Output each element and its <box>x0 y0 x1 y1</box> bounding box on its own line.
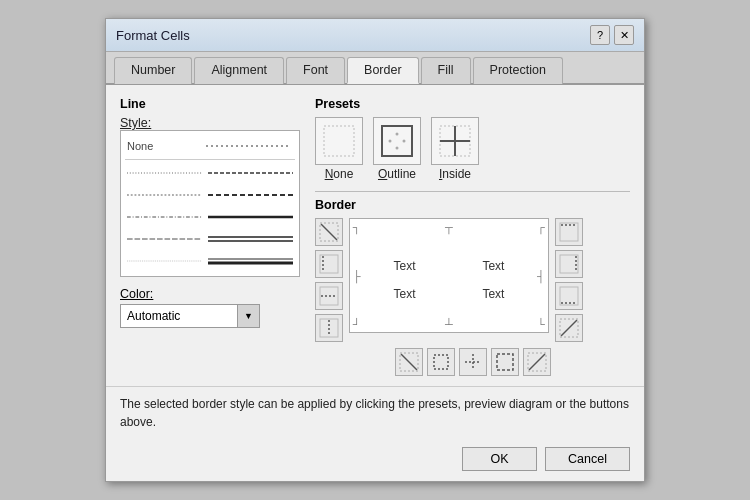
border-section-title: Border <box>315 191 630 212</box>
none-label: None <box>127 140 153 152</box>
preset-outline-icon <box>378 122 416 160</box>
border-btn-diag-left[interactable] <box>395 348 423 376</box>
right-panel: Presets None <box>315 97 630 376</box>
style-label: Style: <box>120 116 151 130</box>
tabs-bar: Number Alignment Font Border Fill Protec… <box>106 52 644 85</box>
line-row-6 <box>125 250 295 272</box>
line-row-none: None <box>125 135 295 157</box>
svg-point-15 <box>389 140 392 143</box>
color-value: Automatic <box>121 309 237 323</box>
preset-inside-box[interactable] <box>431 117 479 165</box>
bottom-buttons-row <box>315 348 630 376</box>
border-btn-center-horiz[interactable] <box>315 282 343 310</box>
line-row-4 <box>125 206 295 228</box>
preset-none-underline: N <box>325 167 334 181</box>
svg-rect-14 <box>382 126 412 156</box>
tab-alignment[interactable]: Alignment <box>194 57 284 84</box>
svg-line-22 <box>321 224 337 240</box>
border-controls: ┐ ┬ ┌ ├ ┤ ┘ ┴ └ Text Text Text Text <box>315 218 630 342</box>
preset-inside: Inside <box>431 117 479 181</box>
color-dropdown[interactable]: Automatic ▼ <box>120 304 260 328</box>
presets-title: Presets <box>315 97 630 111</box>
svg-point-16 <box>403 140 406 143</box>
tab-fill[interactable]: Fill <box>421 57 471 84</box>
border-preview[interactable]: ┐ ┬ ┌ ├ ┤ ┘ ┴ └ Text Text Text Text <box>349 218 549 333</box>
svg-line-36 <box>561 320 577 336</box>
border-btn-bottom-right-diag[interactable] <box>555 314 583 342</box>
corner-ml: ├ <box>353 270 361 282</box>
tab-content: Line Style: None <box>106 85 644 386</box>
preset-none: None <box>315 117 363 181</box>
tab-font[interactable]: Font <box>286 57 345 84</box>
preview-text-tl: Text <box>394 259 416 273</box>
line-section-label: Line <box>120 97 305 111</box>
title-bar: Format Cells ? ✕ <box>106 19 644 52</box>
svg-line-38 <box>401 354 417 370</box>
cancel-button[interactable]: Cancel <box>545 447 630 471</box>
title-bar-controls: ? ✕ <box>590 25 634 45</box>
corner-mr: ┤ <box>537 270 545 282</box>
corner-tl: ┐ <box>353 221 361 233</box>
preset-inside-label: Inside <box>439 167 471 181</box>
line-style-solid1 <box>208 211 293 223</box>
help-button[interactable]: ? <box>590 25 610 45</box>
line-styles-box[interactable]: None <box>120 130 300 277</box>
corner-bc: ┴ <box>445 318 453 330</box>
line-row-2 <box>125 162 295 184</box>
line-style-dashdot2 <box>127 255 202 267</box>
divider1 <box>125 159 295 160</box>
presets-row: None <box>315 117 630 181</box>
border-btn-outer2[interactable] <box>491 348 519 376</box>
line-style-dotted1 <box>206 140 291 152</box>
format-cells-dialog: Format Cells ? ✕ Number Alignment Font B… <box>105 18 645 482</box>
svg-rect-13 <box>324 126 354 156</box>
border-btn-center-vert[interactable] <box>315 314 343 342</box>
left-side-buttons <box>315 218 343 342</box>
line-row-5 <box>125 228 295 250</box>
line-style-dash3 <box>127 233 202 245</box>
preset-none-icon <box>320 122 358 160</box>
preview-text-br: Text <box>482 287 504 301</box>
corner-tc: ┬ <box>445 221 453 233</box>
border-btn-diag-right[interactable] <box>523 348 551 376</box>
border-btn-outer-left[interactable] <box>427 348 455 376</box>
tab-protection[interactable]: Protection <box>473 57 563 84</box>
footer-text: The selected border style can be applied… <box>106 386 644 441</box>
preview-text-tr: Text <box>482 259 504 273</box>
svg-rect-40 <box>434 355 448 369</box>
border-btn-top[interactable] <box>555 218 583 246</box>
line-style-dashdot1 <box>127 211 202 223</box>
dialog-title: Format Cells <box>116 28 190 43</box>
border-btn-top-left-diag[interactable] <box>315 218 343 246</box>
ok-button[interactable]: OK <box>462 447 537 471</box>
left-panel: Line Style: None <box>120 97 305 376</box>
tab-number[interactable]: Number <box>114 57 192 84</box>
color-section: Color: Automatic ▼ <box>120 287 305 328</box>
right-side-buttons <box>555 218 583 342</box>
line-style-dash1 <box>208 167 293 179</box>
preset-outline-label: Outline <box>378 167 416 181</box>
tab-border[interactable]: Border <box>347 57 419 84</box>
svg-rect-43 <box>497 354 513 370</box>
close-button[interactable]: ✕ <box>614 25 634 45</box>
line-row-3 <box>125 184 295 206</box>
line-style-double <box>208 233 293 245</box>
line-style-dash2 <box>208 189 293 201</box>
preset-outline: Outline <box>373 117 421 181</box>
svg-point-17 <box>396 133 399 136</box>
preset-inside-icon <box>436 122 474 160</box>
line-style-thick <box>208 255 293 267</box>
line-style-dot2 <box>127 189 202 201</box>
border-btn-bottom[interactable] <box>555 282 583 310</box>
corner-tr: ┌ <box>537 221 545 233</box>
border-btn-inner[interactable] <box>459 348 487 376</box>
preset-outline-box[interactable] <box>373 117 421 165</box>
preset-none-box[interactable] <box>315 117 363 165</box>
action-buttons: OK Cancel <box>106 441 644 481</box>
border-btn-left[interactable] <box>315 250 343 278</box>
preview-text-bl: Text <box>394 287 416 301</box>
svg-line-44 <box>529 354 545 370</box>
svg-point-18 <box>396 147 399 150</box>
border-btn-right[interactable] <box>555 250 583 278</box>
color-dropdown-arrow[interactable]: ▼ <box>237 305 259 327</box>
